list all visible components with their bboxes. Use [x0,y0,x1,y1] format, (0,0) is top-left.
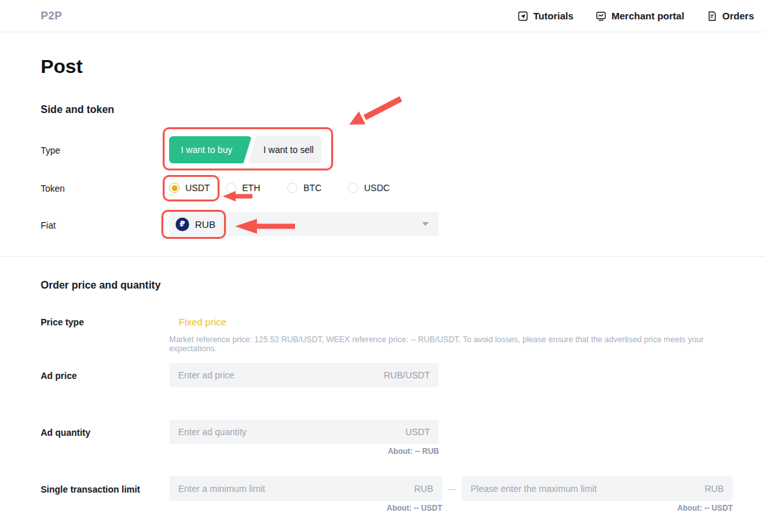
top-bar: P2P Tutorials [0,0,765,32]
ad-quantity-input[interactable] [178,427,399,437]
limit-range-separator: — [444,484,460,494]
fiat-label: Fiat [41,220,56,230]
transaction-limit-label: Single transaction limit [41,484,140,495]
p2p-post-page: P2P Tutorials [0,0,765,532]
tutorials-icon [517,10,529,22]
ad-quantity-field: USDT [169,420,439,444]
nav-merchant-portal-label: Merchant portal [611,10,684,21]
token-option-btc[interactable]: BTC [287,183,321,193]
radio-unselected-icon [287,183,298,193]
fiat-select[interactable]: ₽ RUB [169,212,439,236]
token-option-eth[interactable]: ETH [226,183,260,193]
orders-icon [706,10,718,22]
ad-price-unit: RUB/USDT [383,370,430,380]
merchant-portal-icon [595,10,607,22]
ad-quantity-label: Ad quantity [41,427,90,438]
top-nav: Tutorials Merchant portal [517,10,754,22]
nav-merchant-portal[interactable]: Merchant portal [595,10,684,22]
nav-tutorials-label: Tutorials [533,10,573,21]
section-heading-side-and-token: Side and token [41,104,114,116]
radio-selected-icon [169,183,179,193]
token-option-label: BTC [303,183,321,193]
ad-price-field: RUB/USDT [169,363,439,387]
min-limit-input[interactable] [178,484,407,494]
ad-price-input[interactable] [178,370,377,380]
market-reference-note: Market reference price: 125.52 RUB/USDT,… [169,335,744,353]
section-divider [0,256,765,257]
side-toggle: I want to buy I want to sell [169,136,321,163]
max-limit-about: About: -- USDT [462,504,733,513]
type-label: Type [41,145,60,156]
token-option-label: USDT [185,183,210,193]
nav-tutorials[interactable]: Tutorials [517,10,573,22]
radio-unselected-icon [348,183,358,193]
ad-quantity-unit: USDT [405,427,430,437]
max-limit-unit: RUB [704,484,724,494]
fiat-selected-value: RUB [195,219,216,230]
min-limit-about: About: -- USDT [169,504,442,513]
ad-price-label: Ad price [41,371,77,381]
ad-quantity-about: About: -- RUB [169,447,439,456]
token-option-label: ETH [242,183,260,193]
p2p-logo[interactable]: P2P [41,10,62,23]
section-heading-order-price: Order price and quantity [41,280,161,291]
radio-unselected-icon [226,183,236,193]
max-limit-input[interactable] [471,484,698,494]
sell-toggle-button[interactable]: I want to sell [248,136,321,163]
rub-currency-icon: ₽ [176,218,189,231]
token-option-usdc[interactable]: USDC [348,183,390,193]
min-limit-field: RUB [169,476,442,501]
nav-orders[interactable]: Orders [706,10,754,22]
nav-orders-label: Orders [722,10,754,21]
token-option-usdt[interactable]: USDT [169,183,210,193]
price-type-value[interactable]: Fixed price [179,316,226,327]
annotation-arrow-type [344,95,403,130]
price-type-label: Price type [41,317,84,327]
token-label: Token [41,183,65,194]
max-limit-field: RUB [462,476,733,501]
token-option-label: USDC [364,183,390,193]
min-limit-unit: RUB [414,484,433,494]
buy-toggle-button[interactable]: I want to buy [169,136,252,163]
chevron-down-icon [422,222,429,226]
page-title: Post [41,56,83,77]
